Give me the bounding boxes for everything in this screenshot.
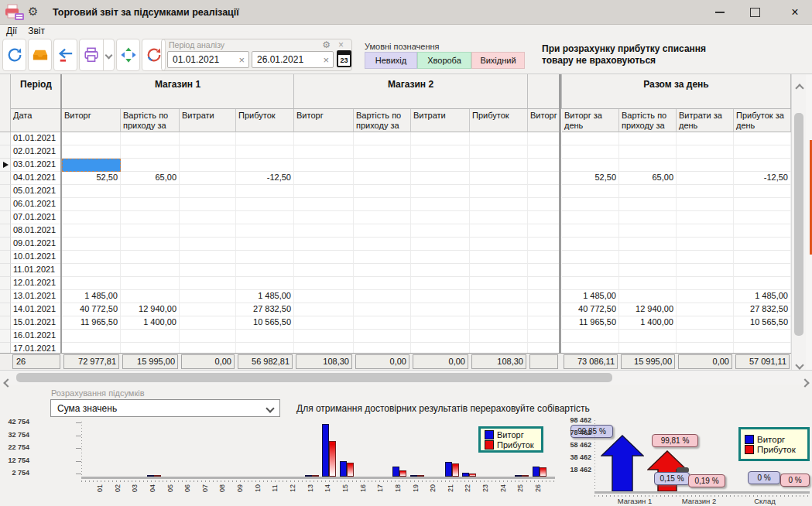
- grid-cell[interactable]: [677, 290, 734, 303]
- grid-cell[interactable]: [354, 145, 411, 159]
- vertical-scrollbar[interactable]: [791, 74, 806, 370]
- grid-cell[interactable]: [411, 211, 470, 224]
- grid-cell[interactable]: [236, 132, 294, 145]
- grid-cell[interactable]: [677, 132, 734, 145]
- grid-cell[interactable]: [180, 211, 236, 224]
- grid-cell[interactable]: [562, 264, 619, 277]
- grid-cell[interactable]: [562, 198, 619, 211]
- grid-cell[interactable]: [562, 185, 619, 198]
- grid-cell[interactable]: [294, 172, 354, 185]
- grid-cell[interactable]: [354, 303, 411, 316]
- print-button[interactable]: [79, 39, 104, 71]
- grid-cell[interactable]: [354, 211, 411, 224]
- grid-cell[interactable]: [180, 316, 236, 330]
- grid-cell[interactable]: [562, 330, 619, 343]
- grid-cell[interactable]: [677, 159, 734, 172]
- grid-cell[interactable]: [562, 159, 619, 172]
- grid-cell[interactable]: [62, 264, 121, 277]
- grid-cell[interactable]: [619, 211, 677, 224]
- grid-cell[interactable]: [411, 251, 470, 264]
- grid-cell[interactable]: [354, 264, 411, 277]
- grid-cell[interactable]: [180, 264, 236, 277]
- grid-cell[interactable]: [470, 132, 528, 145]
- menu-item-report[interactable]: Звіт: [23, 26, 50, 36]
- maximize-button[interactable]: [738, 0, 772, 25]
- grid-cell[interactable]: [121, 198, 180, 211]
- grid-cell[interactable]: [734, 264, 791, 277]
- grid-cell[interactable]: [354, 238, 411, 251]
- grid-cell[interactable]: [294, 185, 354, 198]
- grid-cell[interactable]: [470, 198, 528, 211]
- grid-date-cell[interactable]: 05.01.2021: [11, 185, 62, 198]
- grid-cell[interactable]: 1 485,00: [62, 290, 121, 303]
- grid-cell[interactable]: [180, 159, 236, 172]
- grid-cell[interactable]: 1 400,00: [619, 316, 677, 330]
- grid-date-cell[interactable]: 03.01.2021: [11, 159, 62, 172]
- grid-cell[interactable]: [470, 303, 528, 316]
- grid-cell[interactable]: [180, 277, 236, 290]
- grid-cell[interactable]: 1 400,00: [121, 316, 180, 330]
- close-button[interactable]: ×: [778, 0, 812, 25]
- grid-cell[interactable]: [528, 251, 560, 264]
- grid-cell[interactable]: -12,50: [236, 172, 294, 185]
- grid-cell[interactable]: [411, 264, 470, 277]
- grid-cell[interactable]: [354, 290, 411, 303]
- grid-date-cell[interactable]: 11.01.2021: [11, 264, 62, 277]
- grid-cell[interactable]: [619, 290, 677, 303]
- grid-cell[interactable]: [562, 145, 619, 159]
- grid-cell[interactable]: [62, 277, 121, 290]
- grid-cell[interactable]: [734, 185, 791, 198]
- grid-cell[interactable]: [528, 264, 560, 277]
- grid-cell[interactable]: [470, 251, 528, 264]
- grid-cell[interactable]: [236, 159, 294, 172]
- grid-cell[interactable]: [236, 330, 294, 343]
- grid-cell[interactable]: [677, 145, 734, 159]
- grid-cell[interactable]: [236, 264, 294, 277]
- period-close-icon[interactable]: ×: [338, 39, 344, 50]
- grid-cell[interactable]: 1 485,00: [734, 290, 791, 303]
- grid-cell[interactable]: [528, 211, 560, 224]
- grid-cell[interactable]: [677, 316, 734, 330]
- grid-cell[interactable]: [180, 172, 236, 185]
- grid-cell[interactable]: [677, 172, 734, 185]
- grid-cell[interactable]: [180, 198, 236, 211]
- horizontal-scrollbar[interactable]: [0, 370, 812, 385]
- grid-cell[interactable]: 52,50: [62, 172, 121, 185]
- grid-cell[interactable]: [734, 145, 791, 159]
- grid-cell[interactable]: [121, 277, 180, 290]
- grid-cell[interactable]: [411, 303, 470, 316]
- grid-cell[interactable]: 12 940,00: [121, 303, 180, 316]
- grid-cell[interactable]: [121, 132, 180, 145]
- grid-date-cell[interactable]: 08.01.2021: [11, 224, 62, 238]
- grid-cell[interactable]: [528, 145, 560, 159]
- grid-cell[interactable]: [619, 251, 677, 264]
- grid-cell[interactable]: [677, 238, 734, 251]
- grid-cell[interactable]: [180, 290, 236, 303]
- grid-cell[interactable]: [411, 185, 470, 198]
- grid-cell[interactable]: 52,50: [562, 172, 619, 185]
- grid-cell[interactable]: [294, 224, 354, 238]
- grid-cell[interactable]: [470, 277, 528, 290]
- grid-cell[interactable]: [294, 290, 354, 303]
- grid-cell[interactable]: [62, 159, 121, 172]
- grid-cell[interactable]: [619, 145, 677, 159]
- grid-cell[interactable]: [354, 316, 411, 330]
- clear-date-icon[interactable]: ×: [323, 54, 329, 66]
- grid-cell[interactable]: [236, 277, 294, 290]
- menu-item-actions[interactable]: Дії: [0, 26, 23, 36]
- grid-date-cell[interactable]: 04.01.2021: [11, 172, 62, 185]
- grid-cell[interactable]: [294, 198, 354, 211]
- grid-cell[interactable]: [294, 264, 354, 277]
- grid-date-cell[interactable]: 06.01.2021: [11, 198, 62, 211]
- grid-cell[interactable]: [528, 303, 560, 316]
- grid-cell[interactable]: [62, 185, 121, 198]
- grid-cell[interactable]: [677, 185, 734, 198]
- grid-cell[interactable]: [294, 251, 354, 264]
- grid-date-cell[interactable]: 16.01.2021: [11, 330, 62, 343]
- grid-cell[interactable]: [354, 185, 411, 198]
- grid-cell[interactable]: [734, 224, 791, 238]
- scroll-right-arrow[interactable]: [802, 375, 808, 389]
- clear-date-icon[interactable]: ×: [238, 54, 245, 66]
- grid-cell[interactable]: [62, 224, 121, 238]
- grid-cell[interactable]: [411, 316, 470, 330]
